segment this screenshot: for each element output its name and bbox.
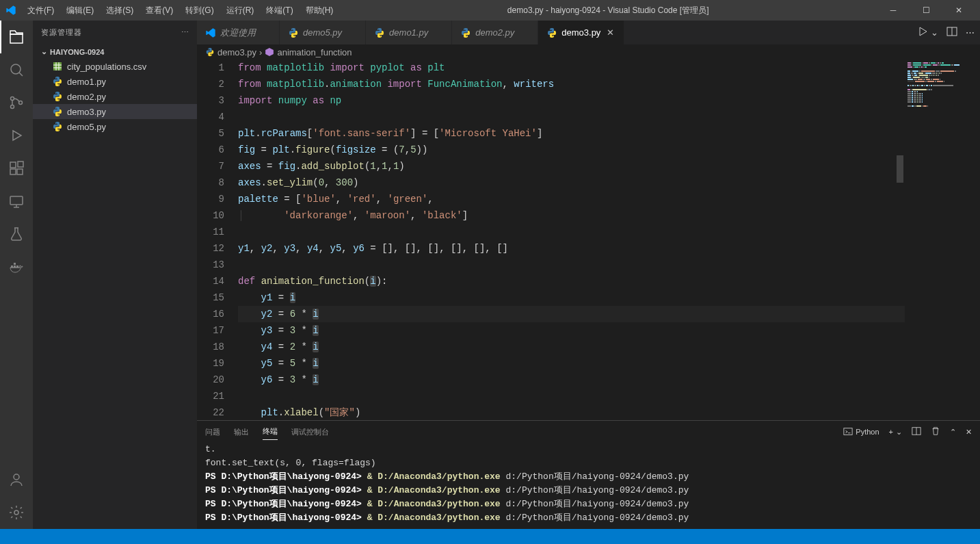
terminal-kernel-icon[interactable]: Python bbox=[843, 427, 879, 437]
breadcrumb-file: demo3.py bbox=[217, 47, 256, 57]
terminal-dropdown-icon[interactable]: ⌄ bbox=[896, 428, 902, 437]
menu-item[interactable]: 编辑(E) bbox=[61, 2, 99, 19]
breadcrumb-separator: › bbox=[259, 47, 262, 57]
window-title: demo3.py - haiyong-0924 - Visual Studio … bbox=[339, 5, 877, 16]
docker-icon[interactable] bbox=[0, 250, 33, 283]
file-item[interactable]: demo1.py bbox=[33, 74, 197, 89]
symbol-method-icon bbox=[265, 47, 274, 57]
minimap[interactable] bbox=[905, 60, 980, 420]
explorer-icon[interactable] bbox=[0, 21, 33, 53]
editor-tab[interactable]: demo1.py✕ bbox=[366, 21, 452, 44]
editor-scrollbar[interactable] bbox=[895, 60, 905, 420]
menu-item[interactable]: 帮助(H) bbox=[300, 2, 339, 19]
close-tab-icon[interactable]: ✕ bbox=[605, 27, 615, 38]
file-item[interactable]: city_populations.csv bbox=[33, 59, 197, 74]
menu-item[interactable]: 选择(S) bbox=[101, 2, 139, 19]
svg-rect-5 bbox=[10, 169, 16, 174]
more-icon[interactable]: ⋯ bbox=[181, 28, 189, 37]
terminal-output[interactable]: t. font.set_text(s, 0, flags=flags)PS D:… bbox=[197, 443, 980, 529]
run-icon[interactable] bbox=[917, 26, 928, 39]
terminal-kernel-label: Python bbox=[856, 428, 879, 436]
explorer-sidebar: 资源管理器 ⋯ ⌄ HAIYONG-0924 city_populations.… bbox=[33, 21, 197, 529]
panel-tab[interactable]: 调试控制台 bbox=[291, 424, 329, 440]
run-dropdown-icon[interactable]: ⌄ bbox=[931, 27, 938, 38]
file-item[interactable]: demo3.py bbox=[33, 104, 197, 119]
editor-tab[interactable]: demo5.py✕ bbox=[280, 21, 366, 44]
folder-name: HAIYONG-0924 bbox=[50, 48, 104, 56]
tab-actions: ⌄ ⋯ bbox=[912, 21, 980, 44]
svg-point-2 bbox=[11, 105, 14, 109]
vscode-icon bbox=[5, 5, 16, 16]
svg-rect-7 bbox=[18, 161, 23, 167]
trash-icon[interactable] bbox=[931, 426, 940, 437]
editor-tab[interactable]: 欢迎使用✕ bbox=[197, 21, 280, 44]
split-editor-icon[interactable] bbox=[946, 26, 957, 39]
panel-tabs: 问题输出终端调试控制台 Python + ⌄ ⌃ ✕ bbox=[197, 421, 980, 443]
code-content[interactable]: from matplotlib import pyplot as pltfrom… bbox=[238, 60, 905, 420]
line-gutter: 12345678910111213141516171819202122 bbox=[197, 60, 238, 420]
window-controls: ─ ☐ ✕ bbox=[877, 0, 975, 21]
file-tree: city_populations.csvdemo1.pydemo2.pydemo… bbox=[33, 59, 197, 134]
panel-tab[interactable]: 终端 bbox=[263, 424, 278, 440]
file-item[interactable]: demo2.py bbox=[33, 89, 197, 104]
bottom-panel: 问题输出终端调试控制台 Python + ⌄ ⌃ ✕ t. font.set_t… bbox=[197, 420, 980, 529]
editor-tab[interactable]: demo3.py✕ bbox=[538, 21, 624, 44]
activity-bar bbox=[0, 21, 33, 529]
testing-icon[interactable] bbox=[0, 218, 33, 250]
extensions-icon[interactable] bbox=[0, 152, 33, 185]
svg-rect-17 bbox=[844, 428, 852, 435]
editor-tab[interactable]: demo2.py✕ bbox=[452, 21, 538, 44]
sidebar-title: 资源管理器 bbox=[41, 27, 181, 38]
minimize-button[interactable]: ─ bbox=[877, 0, 909, 21]
new-terminal-icon[interactable]: + bbox=[889, 428, 893, 436]
split-terminal-icon[interactable] bbox=[912, 426, 921, 437]
editor-tabs: 欢迎使用✕demo5.py✕demo1.py✕demo2.py✕demo3.py… bbox=[197, 21, 980, 44]
panel-tab[interactable]: 问题 bbox=[205, 424, 220, 440]
svg-point-1 bbox=[11, 97, 14, 101]
remote-icon[interactable] bbox=[0, 185, 33, 218]
editor-split: 12345678910111213141516171819202122 from… bbox=[197, 60, 980, 420]
account-icon[interactable] bbox=[0, 463, 33, 496]
maximize-button[interactable]: ☐ bbox=[910, 0, 942, 21]
more-actions-icon[interactable]: ⋯ bbox=[966, 27, 975, 38]
menu-bar: 文件(F)编辑(E)选择(S)查看(V)转到(G)运行(R)终端(T)帮助(H) bbox=[22, 2, 339, 19]
menu-item[interactable]: 运行(R) bbox=[221, 2, 260, 19]
svg-point-13 bbox=[14, 474, 19, 480]
svg-point-14 bbox=[14, 510, 18, 515]
editor-area: 欢迎使用✕demo5.py✕demo1.py✕demo2.py✕demo3.py… bbox=[197, 21, 980, 529]
menu-item[interactable]: 终端(T) bbox=[261, 2, 298, 19]
title-bar: 文件(F)编辑(E)选择(S)查看(V)转到(G)运行(R)终端(T)帮助(H)… bbox=[0, 0, 980, 21]
scroll-thumb[interactable] bbox=[897, 155, 903, 183]
main-layout: 资源管理器 ⋯ ⌄ HAIYONG-0924 city_populations.… bbox=[0, 21, 980, 529]
svg-rect-4 bbox=[10, 162, 16, 168]
svg-rect-12 bbox=[14, 263, 16, 265]
close-button[interactable]: ✕ bbox=[943, 0, 975, 21]
chevron-up-icon[interactable]: ⌃ bbox=[950, 428, 956, 437]
breadcrumb-symbol: animation_function bbox=[277, 47, 352, 57]
chevron-down-icon: ⌄ bbox=[41, 47, 47, 56]
sidebar-header: 资源管理器 ⋯ bbox=[33, 21, 197, 44]
status-bar bbox=[0, 529, 980, 544]
svg-point-0 bbox=[11, 64, 21, 74]
code-editor[interactable]: 12345678910111213141516171819202122 from… bbox=[197, 60, 905, 420]
python-file-icon bbox=[205, 47, 215, 57]
breadcrumb[interactable]: demo3.py › animation_function bbox=[197, 44, 980, 60]
search-icon[interactable] bbox=[0, 53, 33, 86]
folder-header[interactable]: ⌄ HAIYONG-0924 bbox=[33, 44, 197, 59]
file-item[interactable]: demo5.py bbox=[33, 119, 197, 134]
menu-item[interactable]: 转到(G) bbox=[180, 2, 219, 19]
source-control-icon[interactable] bbox=[0, 86, 33, 119]
close-panel-icon[interactable]: ✕ bbox=[966, 428, 972, 437]
svg-rect-6 bbox=[17, 169, 23, 174]
svg-rect-15 bbox=[53, 62, 62, 70]
settings-icon[interactable] bbox=[0, 496, 33, 529]
menu-item[interactable]: 文件(F) bbox=[22, 2, 59, 19]
svg-rect-8 bbox=[10, 196, 23, 205]
menu-item[interactable]: 查看(V) bbox=[140, 2, 178, 19]
run-debug-icon[interactable] bbox=[0, 119, 33, 152]
panel-actions: Python + ⌄ ⌃ ✕ bbox=[843, 426, 972, 437]
panel-tab[interactable]: 输出 bbox=[234, 424, 249, 440]
